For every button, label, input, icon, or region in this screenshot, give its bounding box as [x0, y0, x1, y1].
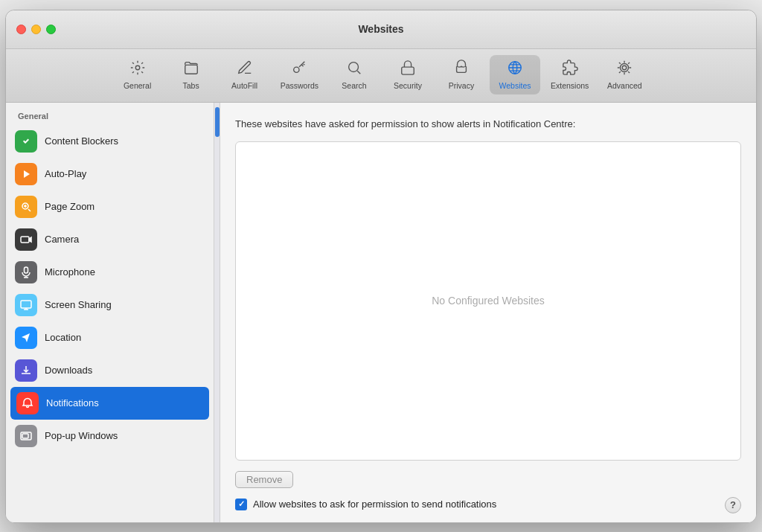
svg-marker-8 — [24, 170, 30, 178]
sidebar-item-label-auto-play: Auto-Play — [45, 168, 86, 179]
sidebar-item-label-screen-sharing: Screen Sharing — [45, 299, 112, 310]
empty-message: No Configured Websites — [432, 295, 544, 307]
svg-rect-12 — [25, 267, 28, 273]
main-panel: These websites have asked for permission… — [220, 103, 756, 522]
sidebar-item-auto-play[interactable]: Auto-Play — [6, 158, 214, 190]
toolbar-item-tabs[interactable]: Tabs — [166, 55, 217, 94]
toolbar-item-websites[interactable]: Websites — [490, 55, 540, 94]
allow-notifications-checkbox[interactable]: ✓ — [235, 499, 247, 510]
toolbar-item-security[interactable]: Security — [382, 55, 433, 94]
toolbar-item-autofill[interactable]: AutoFill — [220, 55, 270, 94]
tabs-icon — [183, 60, 199, 79]
svg-marker-11 — [29, 237, 31, 242]
close-button[interactable] — [16, 25, 26, 34]
popup-windows-icon — [15, 425, 37, 447]
toolbar-label-autofill: AutoFill — [231, 81, 257, 90]
toolbar-label-passwords: Passwords — [281, 81, 318, 90]
remove-button[interactable]: Remove — [235, 471, 293, 488]
remove-row: Remove — [235, 471, 741, 488]
sidebar-section-label: General — [6, 103, 214, 125]
sidebar-item-downloads[interactable]: Downloads — [6, 354, 214, 387]
svg-rect-1 — [185, 65, 197, 74]
toolbar-label-advanced: Advanced — [607, 81, 642, 90]
screen-sharing-icon — [15, 294, 37, 316]
svg-rect-10 — [21, 237, 29, 243]
window-controls — [16, 25, 56, 34]
svg-rect-4 — [402, 67, 414, 74]
sidebar-item-label-notifications: Notifications — [46, 397, 99, 408]
toolbar-label-search: Search — [342, 81, 366, 90]
svg-point-2 — [294, 67, 299, 72]
camera-icon — [15, 228, 37, 251]
svg-point-3 — [349, 62, 359, 71]
sidebar-item-label-camera: Camera — [45, 234, 79, 245]
location-icon — [15, 327, 37, 349]
svg-point-6 — [623, 65, 627, 70]
toolbar: General Tabs AutoFill — [6, 49, 756, 103]
sidebar-item-microphone[interactable]: Microphone — [6, 256, 214, 289]
toolbar-label-security: Security — [394, 81, 422, 90]
privacy-icon — [453, 60, 470, 79]
page-zoom-icon — [15, 196, 37, 218]
sidebar-item-screen-sharing[interactable]: Screen Sharing — [6, 289, 214, 321]
microphone-icon — [15, 261, 37, 283]
auto-play-icon — [15, 163, 37, 185]
notifications-icon — [16, 392, 39, 414]
sidebar: General Content Blockers Auto-Play — [6, 103, 214, 522]
checkmark-icon: ✓ — [238, 499, 245, 509]
sidebar-item-label-location: Location — [45, 332, 81, 343]
help-button[interactable]: ? — [725, 497, 741, 513]
title-bar: Websites — [6, 10, 756, 49]
sidebar-item-location[interactable]: Location — [6, 321, 214, 354]
minimize-button[interactable] — [31, 25, 41, 34]
sidebar-item-camera[interactable]: Camera — [6, 223, 214, 256]
sidebar-item-popup-windows[interactable]: Pop-up Windows — [6, 420, 214, 452]
toolbar-item-passwords[interactable]: Passwords — [273, 55, 326, 94]
svg-rect-15 — [22, 434, 28, 438]
passwords-icon — [291, 60, 307, 79]
sidebar-item-label-page-zoom: Page Zoom — [45, 201, 95, 212]
security-icon — [400, 60, 416, 79]
toolbar-item-privacy[interactable]: Privacy — [436, 55, 487, 94]
main-description: These websites have asked for permission… — [235, 118, 741, 131]
extensions-icon — [562, 60, 578, 79]
toolbar-item-extensions[interactable]: Extensions — [543, 55, 596, 94]
window-title: Websites — [358, 23, 403, 35]
sidebar-item-label-microphone: Microphone — [45, 266, 95, 278]
content-blockers-icon — [15, 130, 37, 153]
sidebar-list: Content Blockers Auto-Play Page Zoom — [6, 125, 214, 522]
content-area: General Content Blockers Auto-Play — [6, 103, 756, 522]
toolbar-label-general: General — [124, 81, 151, 90]
toolbar-label-websites: Websites — [499, 81, 531, 90]
websites-icon — [507, 60, 523, 79]
advanced-icon — [616, 60, 633, 79]
maximize-button[interactable] — [46, 25, 56, 34]
downloads-icon — [15, 359, 37, 382]
sidebar-item-label-downloads: Downloads — [45, 365, 92, 376]
svg-point-7 — [621, 63, 629, 71]
autofill-icon — [237, 60, 253, 79]
svg-point-0 — [135, 65, 140, 70]
toolbar-item-general[interactable]: General — [112, 55, 163, 94]
sidebar-item-page-zoom[interactable]: Page Zoom — [6, 190, 214, 223]
toolbar-item-advanced[interactable]: Advanced — [599, 55, 650, 94]
toolbar-label-extensions: Extensions — [551, 81, 589, 90]
main-window: Websites General Tabs — [5, 10, 757, 523]
toolbar-item-search[interactable]: Search — [329, 55, 380, 94]
search-icon — [346, 60, 362, 79]
toolbar-label-privacy: Privacy — [449, 81, 474, 90]
svg-rect-13 — [21, 301, 31, 308]
toolbar-label-tabs: Tabs — [183, 81, 199, 90]
sidebar-item-label-popup-windows: Pop-up Windows — [45, 430, 118, 441]
allow-notifications-label: Allow websites to ask for permission to … — [253, 499, 496, 510]
sidebar-item-label-content-blockers: Content Blockers — [45, 135, 118, 147]
general-icon — [129, 60, 146, 79]
checkbox-row[interactable]: ✓ Allow websites to ask for permission t… — [235, 499, 741, 510]
sidebar-item-notifications[interactable]: Notifications — [10, 387, 209, 420]
sidebar-item-content-blockers[interactable]: Content Blockers — [6, 125, 214, 158]
websites-box: No Configured Websites — [235, 141, 741, 461]
